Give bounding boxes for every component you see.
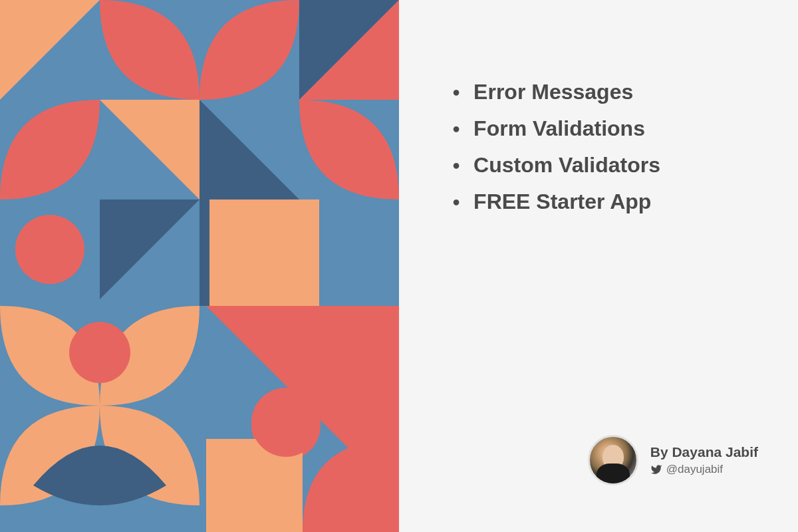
list-item: Form Validations <box>452 116 758 141</box>
svg-point-16 <box>251 388 321 457</box>
author-info: By Dayana Jabif @dayujabif <box>650 444 758 476</box>
pattern-svg <box>0 0 399 532</box>
decorative-geometric-pattern <box>0 0 399 532</box>
list-item: Error Messages <box>452 80 758 104</box>
feature-list: Error Messages Form Validations Custom V… <box>452 80 758 226</box>
svg-rect-12 <box>209 200 319 306</box>
author-handle-text: @dayujabif <box>666 463 723 476</box>
author-handle: @dayujabif <box>650 463 758 476</box>
author-name: By Dayana Jabif <box>650 444 758 460</box>
svg-point-11 <box>15 215 84 284</box>
list-item: Custom Validators <box>452 153 758 178</box>
list-item: FREE Starter App <box>452 190 758 214</box>
content-panel: Error Messages Form Validations Custom V… <box>399 0 798 532</box>
author-byline: By Dayana Jabif @dayujabif <box>452 435 758 485</box>
author-avatar <box>588 435 638 485</box>
twitter-icon <box>650 464 662 475</box>
svg-point-13 <box>69 322 130 383</box>
